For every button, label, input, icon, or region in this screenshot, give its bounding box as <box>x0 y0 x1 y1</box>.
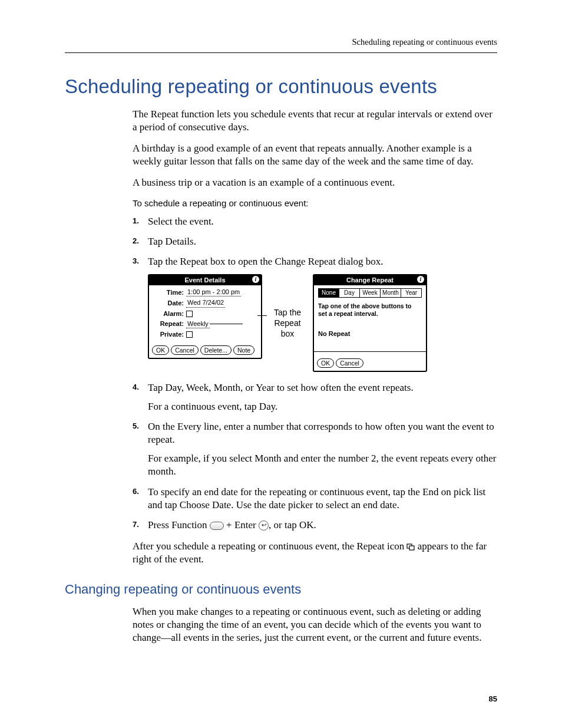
step-5: 5. On the Every line, enter a number tha… <box>133 420 497 478</box>
delete-button: Delete... <box>200 345 232 355</box>
step-7-text-c: , or tap OK. <box>269 519 316 531</box>
dialog-title: Event Details <box>184 276 225 284</box>
tab-year: Year <box>401 289 421 297</box>
step-6: 6. To specify an end date for the repeat… <box>133 486 497 512</box>
date-value: Wed 7/24/02 <box>186 299 225 307</box>
step-3: 3.Tap the Repeat box to open the Change … <box>133 255 497 372</box>
step-7-text-b: + Enter <box>224 519 259 531</box>
dialog-separator <box>314 351 426 352</box>
tab-month: Month <box>381 289 401 297</box>
alarm-label: Alarm: <box>153 310 186 318</box>
cancel-button: Cancel <box>171 345 199 355</box>
step-1-text: Select the event. <box>148 216 214 227</box>
event-details-dialog: Event Details i Time:1:00 pm - 2:00 pm D… <box>148 274 262 359</box>
page-number: 85 <box>489 694 497 704</box>
step-7: 7. Press Function + Enter ↩, or tap OK. <box>133 519 497 532</box>
dialog2-title: Change Repeat <box>346 276 394 284</box>
repeat-tabs: None Day Week Month Year <box>318 288 422 298</box>
alarm-checkbox <box>186 311 193 317</box>
step-2: 2.Tap Details. <box>133 235 497 248</box>
intro-para-1: The Repeat function lets you schedule ev… <box>133 108 497 134</box>
dialog2-title-bar: Change Repeat i <box>314 275 426 285</box>
enter-key-icon: ↩ <box>259 521 269 531</box>
function-key-icon <box>210 522 224 530</box>
step-6-text: To specify an end date for the repeating… <box>148 486 485 510</box>
header-rule <box>65 52 497 53</box>
step-4: 4. Tap Day, Week, Month, or Year to set … <box>133 381 497 413</box>
figure-row: Event Details i Time:1:00 pm - 2:00 pm D… <box>148 274 497 372</box>
subsection-title: Changing repeating or continuous events <box>65 581 497 598</box>
step-4-sub: For a continuous event, tap Day. <box>148 400 497 413</box>
private-checkbox <box>186 331 193 338</box>
change-repeat-dialog: Change Repeat i None Day Week Month Year <box>313 274 427 372</box>
subsection-body: When you make changes to a repeating or … <box>133 605 497 644</box>
info-icon: i <box>252 276 259 283</box>
tab-day: Day <box>339 289 360 297</box>
ok-button: OK <box>152 345 169 355</box>
running-header: Scheduling repeating or continuous event… <box>65 37 497 48</box>
after-a: After you schedule a repeating or contin… <box>133 541 406 552</box>
note-button: Note <box>233 345 254 355</box>
svg-rect-1 <box>409 546 414 550</box>
repeat-value: Weekly <box>186 320 210 328</box>
tab-none: None <box>319 289 339 297</box>
callout-label: Tap the Repeat box <box>267 274 308 340</box>
tab-week: Week <box>360 289 381 297</box>
private-label: Private: <box>153 331 186 338</box>
step-4-text: Tap Day, Week, Month, or Year to set how… <box>148 382 414 393</box>
no-repeat-label: No Repeat <box>318 330 422 338</box>
repeat-label: Repeat: <box>153 320 186 328</box>
time-label: Time: <box>153 289 186 297</box>
date-label: Date: <box>153 299 186 307</box>
step-2-text: Tap Details. <box>148 236 196 247</box>
page-title: Scheduling repeating or continuous event… <box>65 74 497 100</box>
procedure-heading: To schedule a repeating or continuous ev… <box>133 197 497 209</box>
intro-para-3: A business trip or a vacation is an exam… <box>133 176 497 189</box>
repeat-icon <box>406 541 415 552</box>
intro-para-2: A birthday is a good example of an event… <box>133 142 497 168</box>
step-3-text: Tap the Repeat box to open the Change Re… <box>148 256 384 267</box>
step-5-sub: For example, if you select Month and ent… <box>148 452 497 478</box>
repeat-instruction: Tap one of the above buttons to set a re… <box>318 302 422 317</box>
after-note: After you schedule a repeating or contin… <box>133 540 497 566</box>
step-5-text: On the Every line, enter a number that c… <box>148 421 494 445</box>
step-1: 1.Select the event. <box>133 215 497 228</box>
ok-button: OK <box>317 358 334 368</box>
step-7-text-a: Press Function <box>148 519 210 531</box>
dialog-title-bar: Event Details i <box>149 275 261 285</box>
cancel-button: Cancel <box>336 358 363 368</box>
time-value: 1:00 pm - 2:00 pm <box>186 288 241 297</box>
info-icon: i <box>417 276 424 283</box>
